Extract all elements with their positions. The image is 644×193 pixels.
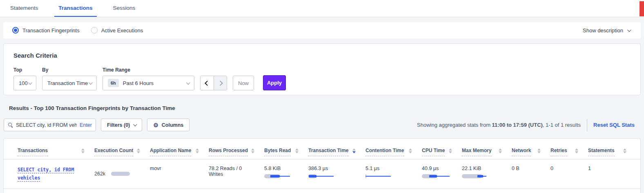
top-select[interactable]: 100 xyxy=(13,76,36,90)
chevron-down-icon xyxy=(133,122,137,126)
cell-bytes-read: 5.8 KiB xyxy=(264,159,308,189)
cell-rows-processed: 78.2 Reads / 0 Writes xyxy=(209,159,264,189)
sort-icon[interactable] xyxy=(499,148,502,155)
chevron-right-icon xyxy=(218,81,223,86)
radio-selected-icon xyxy=(12,27,19,34)
column-header-execution-count[interactable]: Execution Count xyxy=(94,139,150,159)
radio-active-executions[interactable]: Active Executions xyxy=(91,27,143,34)
sort-icon[interactable] xyxy=(137,148,140,155)
chevron-down-icon xyxy=(89,81,93,85)
cell-execution-count: 262k xyxy=(94,159,150,189)
cell-contention-time: 5.1 µs xyxy=(365,159,422,189)
enter-button[interactable]: Enter xyxy=(80,122,92,128)
search-icon xyxy=(8,122,13,128)
top-field: Top 100 xyxy=(13,67,36,90)
column-header-network[interactable]: Network xyxy=(512,139,550,159)
reset-sql-stats-link[interactable]: Reset SQL Stats xyxy=(593,122,635,128)
view-toggle-strip: Transaction Fingerprints Active Executio… xyxy=(3,22,641,38)
previous-time-button[interactable] xyxy=(201,76,214,90)
transaction-time-bar xyxy=(308,174,337,178)
search-criteria-form: Top 100 By Transaction Time Time Range 6… xyxy=(13,67,631,90)
execution-count-bar xyxy=(111,172,131,176)
now-button[interactable]: Now xyxy=(233,76,254,90)
chevron-down-icon xyxy=(186,81,190,85)
stats-summary-area: Showing aggregated stats from 11:00 to 1… xyxy=(417,119,640,131)
stats-summary: Showing aggregated stats from 11:00 to 1… xyxy=(417,122,581,128)
columns-label: Columns xyxy=(162,122,183,128)
tab-transactions[interactable]: Transactions xyxy=(54,0,96,17)
sort-icon[interactable] xyxy=(537,148,541,155)
sort-icon[interactable] xyxy=(623,148,626,155)
top-select-value: 100 xyxy=(19,80,28,86)
max-memory-bar xyxy=(462,174,490,178)
column-header-transactions[interactable]: Transactions xyxy=(18,139,94,159)
cell-transaction-time: 386.3 µs xyxy=(308,159,365,189)
sort-icon[interactable] xyxy=(449,148,452,155)
next-time-button[interactable] xyxy=(214,76,227,90)
cell-statements: 1 xyxy=(588,159,636,189)
time-range-badge: 6h xyxy=(108,79,119,87)
radio-label: Transaction Fingerprints xyxy=(22,27,80,34)
sort-icon[interactable] xyxy=(295,148,299,155)
gear-icon: ⚙ xyxy=(153,122,158,128)
sort-icon[interactable] xyxy=(409,148,412,155)
time-step-buttons xyxy=(200,76,227,90)
cell-max-memory: 22.1 KiB xyxy=(462,159,512,189)
vertical-divider xyxy=(587,119,587,131)
column-header-statements[interactable]: Statements xyxy=(588,139,636,159)
tab-sessions[interactable]: Sessions xyxy=(109,0,140,17)
radio-transaction-fingerprints[interactable]: Transaction Fingerprints xyxy=(12,27,80,34)
column-header-transaction-time[interactable]: Transaction Time xyxy=(308,139,365,159)
chevron-down-icon xyxy=(627,28,631,32)
results-controls-row: Enter Filters (0) ⚙ Columns Showing aggr… xyxy=(3,119,641,131)
filters-label: Filters (0) xyxy=(107,122,130,128)
column-header-cpu-time[interactable]: CPU Time xyxy=(422,139,462,159)
cell-transaction: SELECT city, id FROM vehicles xyxy=(18,159,94,189)
apply-button[interactable]: Apply xyxy=(263,75,286,90)
column-header-contention-time[interactable]: Contention Time xyxy=(365,139,422,159)
cell-network: 0 B xyxy=(512,159,550,189)
chevron-down-icon xyxy=(28,81,32,85)
column-header-application-name[interactable]: Application Name xyxy=(150,139,209,159)
columns-button[interactable]: ⚙ Columns xyxy=(147,119,189,131)
radio-label: Active Executions xyxy=(101,27,143,34)
sort-icon[interactable] xyxy=(575,148,578,155)
time-range-label: Time Range xyxy=(103,67,194,73)
by-field: By Transaction Time xyxy=(42,67,97,90)
column-header-retries[interactable]: Retries xyxy=(550,139,588,159)
column-header-rows-processed[interactable]: Rows Processed xyxy=(209,139,264,159)
column-header-bytes-read[interactable]: Bytes Read xyxy=(264,139,308,159)
cell-application-name: movr xyxy=(150,159,209,189)
table-row: SELECT city, id FROM vehicles 262k movr … xyxy=(4,159,640,189)
column-header-max-memory[interactable]: Max Memory xyxy=(462,139,512,159)
transaction-fingerprint-link[interactable]: SELECT city, id FROM vehicles xyxy=(18,166,74,182)
transactions-page: Statements Transactions Sessions Transac… xyxy=(0,0,644,193)
top-tab-bar: Statements Transactions Sessions xyxy=(0,0,644,17)
sort-icon[interactable] xyxy=(81,148,85,155)
top-label: Top xyxy=(13,67,36,73)
search-criteria-card: Search Criteria Top 100 By Transaction T… xyxy=(3,43,641,95)
sort-icon[interactable] xyxy=(251,148,254,155)
sort-icon[interactable] xyxy=(196,148,199,155)
search-criteria-title: Search Criteria xyxy=(13,52,631,59)
bytes-read-bar xyxy=(264,174,293,178)
table-header-row: Transactions Execution Count Application… xyxy=(4,139,640,159)
filters-button[interactable]: Filters (0) xyxy=(101,119,142,131)
tab-statements[interactable]: Statements xyxy=(6,0,42,17)
sort-icon-active-desc[interactable] xyxy=(352,148,356,155)
time-range-select[interactable]: 6h Past 6 Hours xyxy=(103,76,194,90)
show-description-toggle[interactable]: Show description xyxy=(583,27,630,34)
table-search-box: Enter xyxy=(4,119,96,131)
view-radio-group: Transaction Fingerprints Active Executio… xyxy=(12,27,143,34)
time-range-field: Time Range 6h Past 6 Hours xyxy=(103,67,194,90)
clipped-red-element xyxy=(640,1,644,16)
by-label: By xyxy=(42,67,97,73)
by-select[interactable]: Transaction Time xyxy=(42,76,97,90)
contention-time-bar xyxy=(365,174,394,178)
by-select-value: Transaction Time xyxy=(47,80,88,86)
chevron-left-icon xyxy=(205,81,210,86)
cell-retries: 0 xyxy=(550,159,588,189)
table-search-input[interactable] xyxy=(16,122,77,128)
time-range-value: Past 6 Hours xyxy=(123,80,154,86)
show-description-label: Show description xyxy=(583,27,623,34)
